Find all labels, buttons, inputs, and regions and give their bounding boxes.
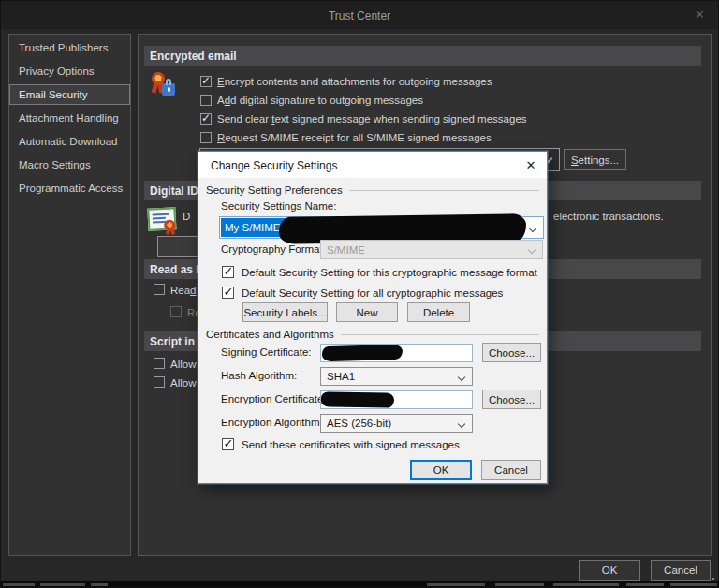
read-plain-checkbox[interactable]: [154, 284, 165, 295]
ok-button[interactable]: OK: [579, 560, 640, 581]
titlebar: Trust Center ✕: [1, 1, 718, 29]
security-labels-button[interactable]: Security Labels...: [242, 302, 328, 322]
security-settings-name-label: Security Settings Name:: [221, 200, 336, 213]
smime-receipt-label: Request S/MIME receipt for all S/MIME si…: [217, 132, 492, 144]
chevron-down-icon: [528, 246, 536, 254]
clear-text-checkbox[interactable]: [200, 113, 212, 125]
digital-signature-checkbox[interactable]: [200, 95, 212, 106]
sidebar-item-trusted-publishers[interactable]: Trusted Publishers: [9, 37, 130, 58]
choose-signing-button[interactable]: Choose...: [482, 343, 541, 362]
dialog-titlebar: Change Security Settings ✕: [198, 152, 547, 178]
sidebar-item-privacy-options[interactable]: Privacy Options: [9, 61, 130, 81]
allow-script-public-checkbox[interactable]: [154, 376, 165, 388]
hash-algorithm-label: Hash Algorithm:: [221, 370, 297, 382]
window-close-icon[interactable]: ✕: [695, 7, 705, 22]
new-button[interactable]: New: [336, 302, 398, 322]
encrypt-contents-label: Encrypt contents and attachments for out…: [217, 76, 492, 88]
allow-script-shared-checkbox[interactable]: [154, 358, 165, 369]
certificate-icon: [146, 206, 180, 236]
cryptography-format-combobox: S/MIME: [320, 240, 543, 259]
taskbar-sliver: [1, 581, 719, 587]
signing-certificate-label: Signing Certificate:: [221, 346, 312, 359]
digital-ids-text-right: electronic transactions.: [553, 211, 664, 223]
sidebar: Trusted Publishers Privacy Options Email…: [8, 34, 131, 556]
resize-grip[interactable]: [712, 578, 714, 580]
redaction-blob: [321, 391, 394, 407]
chevron-down-icon: [529, 225, 536, 232]
encryption-algorithm-combobox[interactable]: AES (256-bit): [320, 414, 473, 433]
allow-script-public-label: Allow: [170, 377, 196, 390]
encryption-certificate-label: Encryption Certificate:: [221, 393, 327, 405]
default-this-format-checkbox[interactable]: [222, 266, 234, 278]
send-certificates-label: Send these certificates with signed mess…: [242, 439, 460, 451]
allow-script-shared-label: Allow: [170, 359, 196, 371]
digital-signature-label: Add digital signature to outgoing messag…: [217, 95, 423, 107]
change-security-settings-dialog: Change Security Settings ✕ Security Sett…: [198, 151, 548, 484]
default-all-messages-label: Default Security Setting for all cryptog…: [242, 287, 503, 300]
read-signed-plain-checkbox: [170, 306, 182, 317]
sidebar-item-attachment-handling[interactable]: Attachment Handling: [9, 108, 130, 128]
send-certificates-checkbox[interactable]: [222, 438, 234, 450]
sidebar-item-macro-settings[interactable]: Macro Settings: [9, 154, 130, 175]
encrypted-email-header: Encrypted email: [144, 46, 701, 66]
default-all-messages-checkbox[interactable]: [222, 287, 234, 299]
default-this-format-label: Default Security Setting for this crypto…: [242, 267, 537, 279]
sidebar-item-automatic-download[interactable]: Automatic Download: [9, 131, 130, 152]
settings-button[interactable]: Settings...: [564, 149, 626, 170]
encryption-algorithm-label: Encryption Algorithm:: [221, 417, 323, 429]
choose-encryption-button[interactable]: Choose...: [482, 390, 541, 409]
sidebar-item-programmatic-access[interactable]: Programmatic Access: [9, 178, 130, 198]
chevron-down-icon: [458, 374, 465, 381]
redaction-blob: [322, 345, 403, 361]
encrypt-contents-checkbox[interactable]: [200, 76, 212, 87]
smime-receipt-checkbox[interactable]: [200, 132, 212, 143]
preferences-group-header: Security Setting Preferences: [206, 184, 539, 196]
hash-algorithm-combobox[interactable]: SHA1: [320, 367, 473, 386]
dialog-close-icon[interactable]: ✕: [522, 156, 539, 173]
cryptography-format-label: Cryptography Format:: [221, 243, 326, 256]
window-title: Trust Center: [1, 9, 718, 22]
encrypted-email-icon: [150, 71, 178, 101]
trust-center-window: Trust Center ✕ Trusted Publishers Privac…: [0, 0, 719, 588]
cancel-button[interactable]: Cancel: [651, 560, 711, 581]
sidebar-item-email-security[interactable]: Email Security: [9, 84, 130, 105]
dialog-ok-button[interactable]: OK: [410, 460, 472, 480]
chevron-down-icon: [458, 420, 465, 428]
dialog-cancel-button[interactable]: Cancel: [481, 460, 541, 480]
dialog-title: Change Security Settings: [211, 159, 337, 172]
delete-button[interactable]: Delete: [407, 302, 470, 322]
digital-ids-text-left: D: [183, 211, 190, 223]
certificates-group-header: Certificates and Algorithms: [206, 329, 539, 340]
clear-text-label: Send clear text signed message when send…: [217, 113, 527, 125]
